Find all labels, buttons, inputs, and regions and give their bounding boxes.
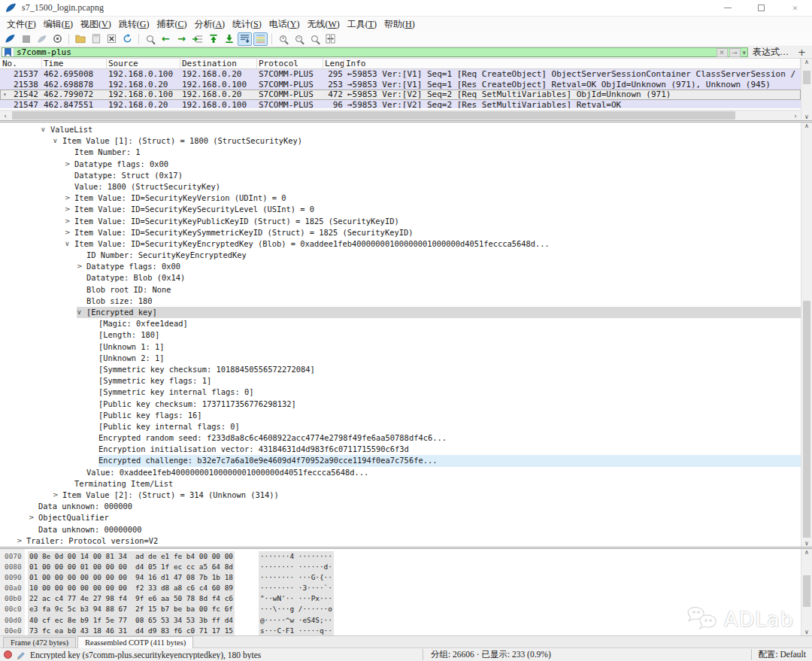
packet-row[interactable]: 21547462.847551192.168.0.20192.168.0.100… bbox=[0, 100, 801, 109]
scroll-up-icon[interactable]: ∧ bbox=[801, 123, 812, 129]
expander-open-icon[interactable]: ∨ bbox=[65, 238, 74, 250]
tree-row[interactable]: ∨Item Value: ID=SecurityKeyEncryptedKey … bbox=[0, 238, 801, 250]
go-to-packet-button[interactable] bbox=[190, 32, 205, 46]
hex-ascii[interactable]: ········ ···G·{·· bbox=[259, 572, 334, 583]
go-top-button[interactable] bbox=[206, 32, 220, 46]
maximize-button[interactable] bbox=[744, 0, 778, 16]
file-open-button[interactable] bbox=[73, 32, 87, 46]
tree-label[interactable]: Datatype: Struct (0x17) bbox=[74, 170, 801, 181]
go-bottom-button[interactable] bbox=[222, 32, 236, 46]
menu-item-E[interactable]: 编辑(E) bbox=[40, 17, 77, 32]
column-header-leng[interactable]: Leng bbox=[323, 59, 344, 68]
packet-list-hscrollbar[interactable]: ‹ › bbox=[0, 110, 801, 120]
tree-row[interactable]: [Symmetric key internal flags: 0] bbox=[0, 387, 801, 398]
hex-row[interactable]: 00c0e3 fa 9c 5c b3 94 88 67 2f 15 b7 be … bbox=[0, 604, 801, 614]
scroll-down-icon[interactable]: ∨ bbox=[801, 540, 812, 547]
tree-label[interactable]: Item Number: 1 bbox=[74, 147, 801, 158]
scroll-left-icon[interactable]: ‹ bbox=[0, 112, 11, 120]
tree-label[interactable]: Item Value: ID=SecurityKeyEncryptedKey (… bbox=[74, 238, 801, 250]
tree-label[interactable]: [Unknown 2: 1] bbox=[98, 353, 801, 364]
vscroll-thumb[interactable] bbox=[803, 301, 810, 538]
expression-button[interactable]: 表达式… bbox=[748, 46, 793, 59]
tree-row[interactable]: >Datatype flags: 0x00 bbox=[0, 159, 801, 170]
hex-ascii[interactable]: ········ ·3····`· bbox=[259, 583, 334, 593]
tree-label[interactable]: [Unknown 1: 1] bbox=[98, 341, 801, 353]
scroll-up-icon[interactable]: ∧ bbox=[801, 549, 812, 556]
tree-row[interactable]: Encrypted challenge: b32e7c7a6a10e9e4609… bbox=[0, 455, 801, 466]
tree-label[interactable]: Trailer: Protocol version=V2 bbox=[26, 535, 801, 547]
hex-ascii[interactable]: ···\···g /······o bbox=[259, 604, 334, 614]
expander-open-icon[interactable]: ∨ bbox=[41, 124, 50, 135]
find-packet-button[interactable] bbox=[143, 32, 157, 46]
tree-row[interactable]: >Item Value: ID=SecurityKeyVersion (UDIn… bbox=[0, 193, 801, 204]
tree-row[interactable]: ID Number: SecurityKeyEncryptedKey bbox=[0, 250, 801, 261]
expander-closed-icon[interactable]: > bbox=[65, 216, 74, 227]
expander-open-icon[interactable]: ∨ bbox=[53, 135, 62, 147]
expander-closed-icon[interactable]: > bbox=[65, 159, 74, 170]
tree-row[interactable]: Datatype: Struct (0x17) bbox=[0, 170, 801, 181]
expander-closed-icon[interactable]: > bbox=[53, 490, 62, 501]
tree-row[interactable]: >Item Value: ID=SecurityKeySymmetricKeyI… bbox=[0, 227, 801, 238]
tree-row[interactable]: Blob root ID: None bbox=[0, 284, 801, 296]
tree-row[interactable]: Value: 0xaddee1feb4000000010000000100000… bbox=[0, 467, 801, 478]
expander-closed-icon[interactable]: > bbox=[77, 261, 86, 272]
tree-row[interactable]: >Datatype flags: 0x00 bbox=[0, 261, 801, 272]
tree-row[interactable]: [Magic: 0xfee1dead] bbox=[0, 318, 801, 329]
menu-item-A[interactable]: 分析(A) bbox=[190, 17, 229, 32]
tree-label[interactable]: Datatype: Blob (0x14) bbox=[86, 272, 801, 284]
byte-tab[interactable]: Frame (472 bytes) bbox=[3, 637, 76, 647]
hex-row[interactable]: 00d040 cf ec 8e b9 1f 5e 77 08 65 53 34 … bbox=[0, 615, 801, 626]
scroll-right-icon[interactable]: › bbox=[790, 112, 801, 120]
tree-label[interactable]: Item Value: ID=SecurityKeyVersion (UDInt… bbox=[74, 193, 801, 204]
file-save-button[interactable] bbox=[89, 32, 103, 46]
capture-comment-pencil-icon[interactable] bbox=[16, 650, 26, 659]
go-back-button[interactable]: ← bbox=[159, 32, 173, 46]
tree-label[interactable]: ObjectQualifier bbox=[38, 512, 801, 523]
tree-row[interactable]: [Public key internal flags: 0] bbox=[0, 421, 801, 432]
expander-closed-icon[interactable]: > bbox=[17, 535, 26, 547]
hex-bytes[interactable]: 22 ac c4 77 4e 27 98 f4 9f e6 aa 50 78 8… bbox=[28, 593, 235, 604]
column-header-no[interactable]: No. bbox=[0, 59, 42, 68]
tree-label[interactable]: [Encrypted key] bbox=[86, 307, 801, 318]
filter-history-icon[interactable]: ▾ bbox=[743, 49, 747, 56]
tree-row[interactable]: >Item Value: ID=SecurityKeySecurityLevel… bbox=[0, 204, 801, 215]
tree-label[interactable]: Item Value [2]: (Struct) = 314 (Unknown … bbox=[62, 490, 801, 501]
hex-row[interactable]: 007000 8e 0d 00 14 00 81 34 ad de e1 fe … bbox=[0, 551, 801, 562]
hex-ascii[interactable]: "··wN'·· ···Px··· bbox=[259, 593, 334, 604]
menu-item-H[interactable]: 帮助(H) bbox=[380, 17, 419, 32]
capture-options-button[interactable] bbox=[50, 32, 65, 46]
tree-label[interactable]: ValueList bbox=[50, 124, 801, 135]
tree-label[interactable]: Item Value: ID=SecurityKeyPublicKeyID (S… bbox=[74, 216, 801, 227]
byte-tab[interactable]: Reassembled COTP (411 bytes) bbox=[77, 636, 193, 648]
column-header-time[interactable]: Time bbox=[42, 59, 107, 68]
minimize-button[interactable] bbox=[710, 0, 744, 16]
tree-row[interactable]: [Symmetric key flags: 1] bbox=[0, 375, 801, 387]
hex-ascii[interactable]: s···C·F1 ·····q·· bbox=[259, 626, 334, 635]
expander-open-icon[interactable]: ∨ bbox=[77, 307, 86, 318]
hscroll-thumb[interactable] bbox=[12, 111, 735, 120]
expander-closed-icon[interactable]: > bbox=[65, 227, 74, 238]
tree-row[interactable]: >Trailer: Protocol version=V2 bbox=[0, 535, 801, 547]
tree-label[interactable]: Datatype flags: 0x00 bbox=[86, 261, 801, 272]
column-header-source[interactable]: Source bbox=[107, 59, 180, 68]
tree-label[interactable]: [Symmetric key internal flags: 0] bbox=[98, 387, 801, 398]
hex-ascii[interactable]: ········ ······d· bbox=[259, 562, 334, 572]
tree-row[interactable]: Blob size: 180 bbox=[0, 296, 801, 307]
filter-bookmark-button[interactable] bbox=[2, 48, 14, 56]
packet-row[interactable]: 21542462.799072192.168.0.100192.168.0.20… bbox=[0, 89, 801, 100]
menu-item-Y[interactable]: 电话(Y) bbox=[265, 17, 304, 32]
zoom-in-button[interactable]: + bbox=[276, 32, 290, 46]
details-vscrollbar[interactable]: ∧ ∨ bbox=[801, 123, 812, 547]
tree-row[interactable]: [Public key checksum: 173711735677629813… bbox=[0, 399, 801, 410]
hex-bytes[interactable]: e3 fa 9c 5c b3 94 88 67 2f 15 b7 be ba 0… bbox=[28, 604, 235, 614]
close-button[interactable]: × bbox=[778, 0, 812, 16]
hex-bytes[interactable]: 10 00 00 00 00 00 00 00 f2 33 d8 a8 c6 c… bbox=[28, 583, 235, 593]
menu-item-W[interactable]: 无线(W) bbox=[303, 17, 343, 32]
tree-label[interactable]: Data unknown: 00000000 bbox=[38, 524, 801, 535]
filter-add-button[interactable]: + bbox=[793, 47, 810, 58]
capture-restart-button[interactable] bbox=[35, 32, 49, 46]
tree-label[interactable]: [Public key flags: 16] bbox=[98, 410, 801, 421]
colorize-button[interactable] bbox=[253, 32, 268, 46]
profile-label[interactable]: 配置: Default bbox=[751, 649, 812, 660]
tree-row[interactable]: Encrypted random seed: f233d8a8c6c460892… bbox=[0, 432, 801, 444]
